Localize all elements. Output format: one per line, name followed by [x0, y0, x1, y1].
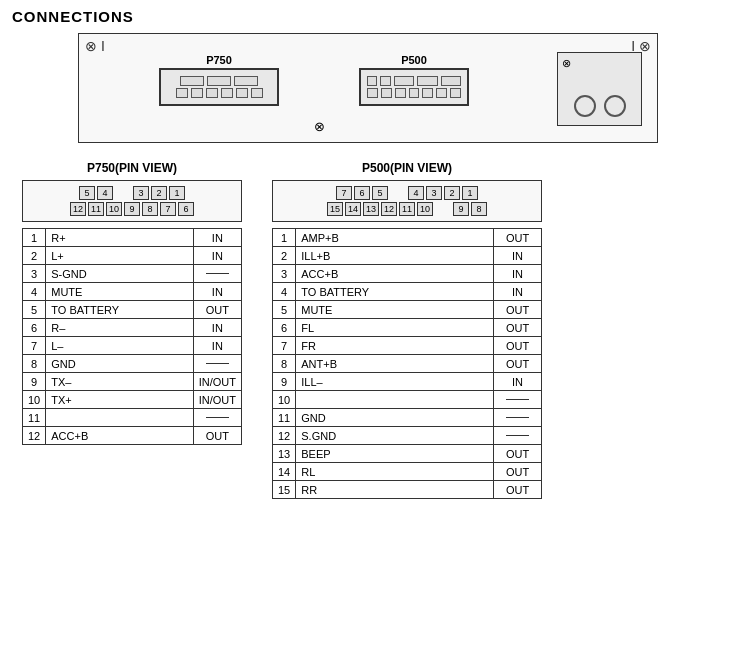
pin-dir: IN/OUT: [193, 373, 241, 391]
p500-diagram-label: P500: [359, 54, 469, 66]
p500-table-wrap: P500(PIN VIEW) 7 6 5 4 3 2 1 15 14 13 12…: [272, 161, 542, 499]
p500-body: [359, 68, 469, 106]
pin-number: 15: [273, 481, 296, 499]
pin-name: TO BATTERY: [296, 283, 494, 301]
pin-dir: IN/OUT: [193, 391, 241, 409]
pin-number: 9: [273, 373, 296, 391]
pin-number: 1: [273, 229, 296, 247]
table-row: 14 RL OUT: [273, 463, 542, 481]
pv-cell: 10: [106, 202, 122, 216]
pin-dir: OUT: [193, 301, 241, 319]
pv-cell: 6: [178, 202, 194, 216]
table-row: 7 FR OUT: [273, 337, 542, 355]
pin-dir: IN: [494, 247, 542, 265]
dash-line: [506, 417, 528, 418]
pin-name: [296, 391, 494, 409]
pin-number: 9: [23, 373, 46, 391]
pin-number: 6: [23, 319, 46, 337]
pin-name: S-GND: [46, 265, 193, 283]
pv-cell: 12: [381, 202, 397, 216]
p750-pin-view-title: P750(PIN VIEW): [22, 161, 242, 175]
pin-dir: OUT: [494, 301, 542, 319]
pin-dir: IN: [193, 247, 241, 265]
dash-line: [206, 417, 228, 418]
pin-dir: [193, 409, 241, 427]
pin-dir: IN: [193, 229, 241, 247]
pin-number: 11: [273, 409, 296, 427]
pin-dir: OUT: [494, 355, 542, 373]
pin-dir: OUT: [494, 463, 542, 481]
pin-name: R–: [46, 319, 193, 337]
pin-name: FL: [296, 319, 494, 337]
table-row: 9 TX– IN/OUT: [23, 373, 242, 391]
pin-number: 7: [273, 337, 296, 355]
table-row: 12 S.GND: [273, 427, 542, 445]
pin-number: 5: [23, 301, 46, 319]
pin-number: 3: [273, 265, 296, 283]
pv-cell: 5: [372, 186, 388, 200]
pin-name: TO BATTERY: [46, 301, 193, 319]
pin-number: 1: [23, 229, 46, 247]
pin-name: S.GND: [296, 427, 494, 445]
dash-line: [506, 435, 528, 436]
p750-pin-view-diagram: 5 4 3 2 1 12 11 10 9 8 7 6: [22, 180, 242, 222]
pv-cell: 1: [169, 186, 185, 200]
pin-number: 14: [273, 463, 296, 481]
pin-dir: [193, 265, 241, 283]
table-row: 13 BEEP OUT: [273, 445, 542, 463]
pin-name: MUTE: [46, 283, 193, 301]
pin-number: 5: [273, 301, 296, 319]
p500-pin-view-title: P500(PIN VIEW): [272, 161, 542, 175]
table-row: 6 FL OUT: [273, 319, 542, 337]
pv-cell: 7: [336, 186, 352, 200]
pin-name: ILL+B: [296, 247, 494, 265]
pin-dir: IN: [193, 337, 241, 355]
pv-cell: 11: [88, 202, 104, 216]
dash-line: [206, 273, 228, 274]
right-box-circles: [572, 95, 628, 117]
connector-p500: P500: [359, 54, 469, 106]
pin-name: ACC+B: [296, 265, 494, 283]
pin-number: 8: [23, 355, 46, 373]
pin-number: 13: [273, 445, 296, 463]
table-row: 3 ACC+B IN: [273, 265, 542, 283]
pv-cell: 4: [408, 186, 424, 200]
dash-line: [206, 363, 228, 364]
pin-name: TX–: [46, 373, 193, 391]
pin-number: 2: [23, 247, 46, 265]
pin-number: 6: [273, 319, 296, 337]
table-row: 15 RR OUT: [273, 481, 542, 499]
right-box-cross: ⊗: [562, 57, 571, 70]
pv-cell: 13: [363, 202, 379, 216]
pv-cell: 8: [471, 202, 487, 216]
dash-line: [506, 399, 528, 400]
pin-dir: OUT: [193, 427, 241, 445]
table-row: 2 L+ IN: [23, 247, 242, 265]
pv-spacer: [435, 202, 451, 216]
dot-cross: ⊗: [314, 119, 325, 134]
pin-dir: IN: [494, 265, 542, 283]
table-row: 7 L– IN: [23, 337, 242, 355]
pin-name: ILL–: [296, 373, 494, 391]
table-row: 1 AMP+B OUT: [273, 229, 542, 247]
pin-dir: OUT: [494, 319, 542, 337]
table-row: 11: [23, 409, 242, 427]
pin-number: 10: [273, 391, 296, 409]
pin-number: 12: [273, 427, 296, 445]
pin-dir: OUT: [494, 481, 542, 499]
pin-dir: OUT: [494, 337, 542, 355]
p500-table: 1 AMP+B OUT 2 ILL+B IN 3 ACC+B IN 4 TO B…: [272, 228, 542, 499]
pin-number: 8: [273, 355, 296, 373]
p500-top-row: 7 6 5 4 3 2 1: [336, 186, 478, 200]
pv-cell: 14: [345, 202, 361, 216]
pv-cell: 1: [462, 186, 478, 200]
pin-number: 4: [273, 283, 296, 301]
pv-cell: 2: [151, 186, 167, 200]
pin-name: BEEP: [296, 445, 494, 463]
pin-name: TX+: [46, 391, 193, 409]
table-row: 4 TO BATTERY IN: [273, 283, 542, 301]
pv-cell: 3: [133, 186, 149, 200]
table-row: 8 GND: [23, 355, 242, 373]
pin-dir: OUT: [494, 229, 542, 247]
cross-icon-tl: ⊗ I: [85, 38, 105, 54]
